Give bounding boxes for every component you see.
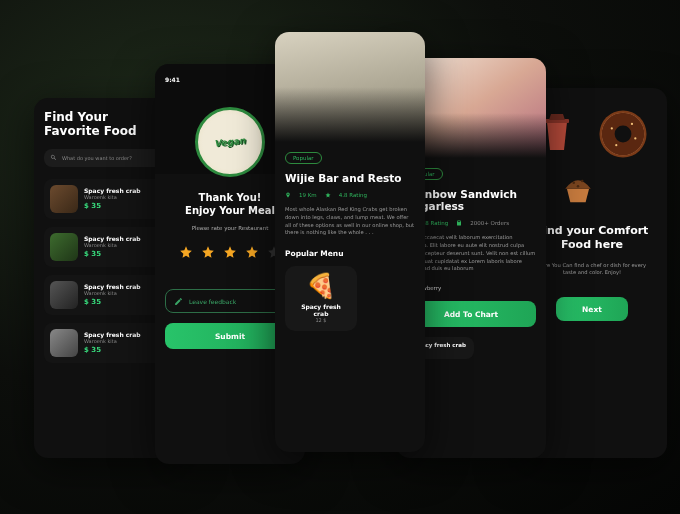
restaurant-hero-image [275, 32, 425, 142]
star-icon[interactable] [201, 245, 215, 259]
search-placeholder: What do you want to order? [62, 155, 132, 161]
svg-point-8 [572, 181, 575, 184]
menu-item-name: Spacy fresh crab [293, 303, 349, 317]
item-title: Spacy fresh crab [84, 187, 141, 194]
svg-point-2 [615, 126, 632, 143]
svg-point-4 [631, 123, 633, 125]
svg-point-10 [577, 185, 580, 188]
item-price: $ 35 [84, 250, 141, 258]
product-description: Nulla occaecat velit laborum exercitatio… [406, 234, 536, 273]
svg-point-3 [611, 127, 613, 129]
svg-point-9 [581, 180, 584, 183]
app-showcase: Find Your Favorite Food What do you want… [0, 0, 680, 514]
item-subtitle: Waroenk kita [84, 242, 141, 248]
star-icon[interactable] [223, 245, 237, 259]
ingredient-item: Strowberry [406, 285, 536, 291]
onboarding-illustration [527, 110, 657, 206]
add-to-cart-button[interactable]: Add To Chart [406, 301, 536, 327]
svg-point-6 [615, 144, 617, 146]
product-meta: 4.8 Rating 2000+ Orders [406, 220, 536, 226]
feedback-placeholder: Leave feedback [189, 298, 236, 305]
donut-icon [595, 106, 651, 162]
star-icon[interactable] [245, 245, 259, 259]
muffin-icon [561, 170, 595, 204]
next-button[interactable]: Next [556, 297, 628, 321]
food-thumb [50, 185, 78, 213]
star-icon [325, 192, 331, 198]
svg-point-5 [634, 137, 636, 139]
item-price: $ 35 [84, 346, 141, 354]
popular-chip: Popular [285, 152, 322, 164]
item-price: $ 35 [84, 202, 141, 210]
food-thumb [50, 329, 78, 357]
star-icon[interactable] [179, 245, 193, 259]
item-subtitle: Waroenk kita [84, 194, 141, 200]
item-subtitle: Waroenk kita [84, 290, 141, 296]
item-title: Spacy fresh crab [84, 235, 141, 242]
menu-item-price: 12 $ [293, 317, 349, 323]
section-popular-menu: Popular Menu [285, 249, 415, 258]
item-subtitle: Waroenk kita [84, 338, 141, 344]
food-thumb [50, 233, 78, 261]
onboarding-heading: Find your ComfortFood here [527, 224, 657, 252]
location-icon [285, 192, 291, 198]
item-title: Spacy fresh crab [84, 283, 141, 290]
product-title: Rainbow SandwichSugarless [406, 188, 536, 212]
screen-restaurant: Popular Wijie Bar and Resto 19 Km 4.8 Ra… [275, 32, 425, 452]
bag-icon [456, 220, 462, 226]
restaurant-description: Most whole Alaskan Red King Crabs get br… [285, 206, 415, 237]
brand-logo: Vegan [195, 107, 265, 177]
restaurant-meta: 19 Km 4.8 Rating [285, 192, 415, 198]
food-thumb [50, 281, 78, 309]
search-icon [50, 154, 57, 161]
menu-card[interactable]: 🍕 Spacy fresh crab 12 $ [285, 266, 357, 331]
onboarding-body: Here You Can find a chef or dish for eve… [533, 262, 651, 278]
restaurant-title: Wijie Bar and Resto [285, 172, 415, 184]
edit-icon [174, 297, 183, 306]
pizza-icon: 🍕 [293, 274, 349, 298]
item-title: Spacy fresh crab [84, 331, 141, 338]
item-price: $ 35 [84, 298, 141, 306]
